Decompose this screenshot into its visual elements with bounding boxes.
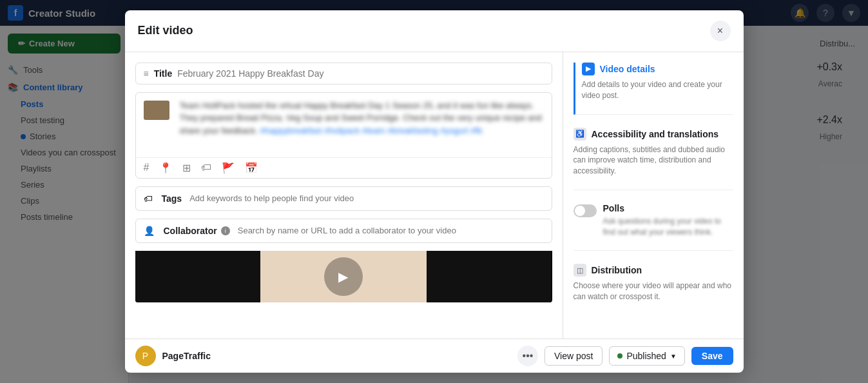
distribution-title: Distribution [592,265,642,275]
description-text[interactable]: Team HoliPack hosted the virtual Happy B… [180,99,544,137]
collaborator-icon-wrap: 👤 Collaborator i [144,226,230,236]
tags-input[interactable] [189,193,543,203]
modal-footer: P PageTraffic ••• View post Published ▼ … [125,339,744,373]
tags-icon-wrap: 🏷 Tags [144,193,182,204]
video-details-header: ▶ Video details [582,63,733,75]
location-icon[interactable]: 📍 [159,162,172,174]
published-status-button[interactable]: Published ▼ [609,346,684,366]
right-section-polls: Polls Ask questions during your video to… [574,203,733,251]
accessibility-desc: Adding captions, subtitles and dubbed au… [574,144,733,177]
distribution-icon: ◫ [574,264,586,277]
accessibility-title: Accessibility and translations [592,129,719,139]
view-post-button[interactable]: View post [545,346,603,366]
title-field-row: ≡ Title [135,63,552,84]
video-details-title: Video details [600,64,655,74]
video-preview-left [135,251,260,302]
published-dot-icon [617,353,622,358]
description-area[interactable]: Team HoliPack hosted the virtual Happy B… [136,93,552,157]
video-preview: ▶ [135,251,552,302]
accessibility-icon: ♿ [574,128,586,141]
modal-right-panel: ▶ Video details Add details to your vide… [563,52,744,339]
calendar-icon[interactable]: 📅 [245,162,258,174]
right-section-distribution: ◫ Distribution Choose where your video w… [574,264,733,315]
polls-desc: Ask questions during your video to find … [603,216,733,238]
title-input[interactable] [172,68,543,79]
tags-icon: 🏷 [144,193,153,204]
modal-left-panel: ≡ Title Team HoliPack hosted the virtual… [125,52,563,339]
collaborator-label: Collaborator [164,226,217,236]
title-label: Title [154,68,173,79]
collaborator-field-row: 👤 Collaborator i [135,219,552,243]
modal-close-button[interactable]: × [710,21,731,41]
page-name: PageTraffic [162,351,211,361]
video-play-button[interactable]: ▶ [324,257,363,296]
modal-body: ≡ Title Team HoliPack hosted the virtual… [125,52,744,339]
modal-overlay: Edit video × ≡ Title [0,0,868,383]
collaborator-info-icon[interactable]: i [221,226,230,235]
toggle-knob [575,206,585,216]
modal-header: Edit video × [125,10,744,52]
tag-icon[interactable]: 🏷 [201,162,211,173]
polls-toggle-row: Polls Ask questions during your video to… [574,203,733,238]
chevron-down-icon: ▼ [670,353,677,360]
accessibility-header: ♿ Accessibility and translations [574,128,733,141]
video-details-desc: Add details to your video and create you… [582,79,733,101]
page-avatar: P [135,346,156,366]
published-label: Published [626,351,666,361]
more-options-button[interactable]: ••• [517,346,538,366]
edit-video-modal: Edit video × ≡ Title [125,10,744,373]
video-details-icon: ▶ [582,63,595,75]
right-section-video-details: ▶ Video details Add details to your vide… [574,63,733,115]
save-button[interactable]: Save [691,347,733,365]
grid-icon[interactable]: ⊞ [182,162,191,174]
hashtag-icon[interactable]: # [144,162,149,173]
video-preview-center: ▶ [260,251,427,302]
description-field-row: Team HoliPack hosted the virtual Happy B… [135,92,552,179]
polls-title: Polls [603,203,733,213]
distribution-header: ◫ Distribution [574,264,733,277]
title-icon: ≡ [144,68,149,79]
collaborator-field: 👤 Collaborator i [136,219,552,242]
collaborator-input[interactable] [238,226,544,235]
polls-toggle[interactable] [574,204,597,217]
distribution-desc: Choose where your video will appear and … [574,280,733,302]
tags-label: Tags [162,193,182,204]
modal-title: Edit video [138,24,193,37]
tags-field: 🏷 Tags [136,187,552,210]
title-field: ≡ Title [136,63,552,84]
flag-icon[interactable]: 🚩 [222,162,235,174]
description-thumbnail [144,101,169,120]
polls-content: Polls Ask questions during your video to… [603,203,733,238]
right-section-accessibility: ♿ Accessibility and translations Adding … [574,128,733,190]
video-preview-right [427,251,552,302]
collaborator-icon: 👤 [144,226,155,236]
description-toolbar: # 📍 ⊞ 🏷 🚩 📅 [136,157,552,178]
tags-field-row: 🏷 Tags [135,186,552,211]
